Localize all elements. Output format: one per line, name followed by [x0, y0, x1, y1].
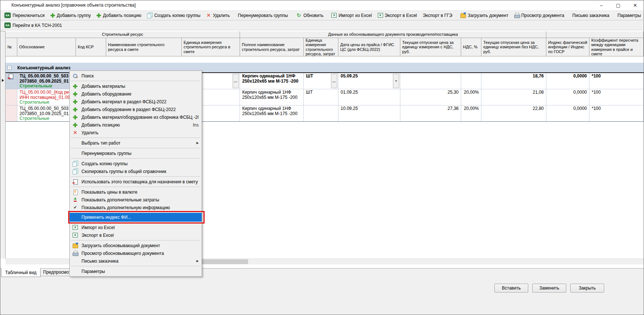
table-cell-vat	[461, 73, 481, 89]
toolbar-button-письмо-заказчика[interactable]: Письмо заказчика	[570, 11, 612, 20]
toolbar-button-обновить[interactable]: ↻Обновить	[293, 11, 326, 20]
plus-icon	[73, 115, 77, 120]
menu-item-label: Показывать дополнительные затраты	[81, 197, 199, 202]
column-header-index[interactable]: Индекс фактической инфляции / Индекс по …	[546, 38, 589, 56]
menu-item-удалить[interactable]: ✕Удалить	[70, 129, 202, 136]
menu-separator	[71, 266, 201, 266]
ellipsis-button[interactable]: …	[233, 74, 239, 88]
toolbar-button-экспорт-в-ггэ[interactable]: Экспорт в ГГЭ	[420, 11, 455, 20]
menu-item-параметры[interactable]: Параметры	[70, 267, 202, 275]
menu-item-показывать-дополнительные-затраты[interactable]: Показывать дополнительные затраты	[70, 196, 202, 204]
dropdown-button[interactable]: ▼	[393, 74, 399, 88]
menu-item-письмо-заказчика[interactable]: Письмо заказчика▶	[70, 257, 202, 265]
column-header-coef[interactable]: Коэффициент пересчета между единицами из…	[589, 38, 644, 56]
table-cell-price_vat: 27,36	[400, 105, 461, 121]
column-header-unit[interactable]: Единица измерения строительного ресурса …	[182, 38, 240, 56]
tab-table-view[interactable]: Табличный вид	[1, 268, 41, 277]
menu-item-применить-индекс-фи-[interactable]: Применить индекс ФИ...	[70, 213, 202, 222]
submenu-arrow-icon: ▶	[196, 259, 199, 263]
menu-separator	[71, 148, 201, 148]
copy-icon	[73, 161, 78, 166]
toolbar-button-параметры[interactable]: Параметры	[615, 11, 644, 20]
toolbar-button-label: Создать копию группы	[154, 13, 200, 18]
column-header-label: Полное наименование строительного ресурс…	[242, 42, 302, 52]
column-header-ksr[interactable]: Код КСР	[76, 38, 106, 56]
toolbar-button-добавить-позицию[interactable]: Добавить позицию	[94, 11, 144, 20]
column-header-price_novat[interactable]: Текущая отпускная цена за единицу измере…	[481, 38, 546, 56]
menu-item-добавить-материал-в-раздел-фсбц-2022[interactable]: Добавить материал в раздел ФСБЦ-2022	[70, 98, 202, 105]
menu-item-импорт-из-excel[interactable]: XИмпорт из Excel	[70, 224, 202, 231]
column-header-num[interactable]: №	[6, 38, 17, 56]
toolbar-button-просмотр-документа[interactable]: Просмотр документа	[511, 11, 567, 20]
maximize-button[interactable]: ▢	[610, 0, 627, 10]
menu-item-добавить-позицию[interactable]: Добавить позициюIns	[70, 121, 202, 129]
collapse-icon[interactable]: −	[7, 66, 11, 70]
menu-shortcut: Ins	[193, 122, 199, 128]
menu-item-label: Загрузить обосновывающий документ	[81, 243, 199, 248]
submenu-arrow-icon: ▶	[196, 141, 199, 145]
cell-text: 0,0000	[573, 73, 587, 79]
column-header-fullname[interactable]: Полное наименование строительного ресурс…	[240, 38, 304, 56]
menu-item-просмотр-обосновывающего-документа[interactable]: Просмотр обосновывающего документа	[70, 249, 202, 257]
menu-item-label: Письмо заказчика	[81, 259, 194, 264]
cell-text: 27,36	[448, 106, 459, 111]
menu-item-экспорт-в-excel[interactable]: XЭкспорт в Excel	[70, 231, 202, 239]
column-header-just[interactable]: Обоснование	[17, 38, 76, 56]
menu-item-скопировать-группы-в-общий-справочник[interactable]: Скопировать группы в общий справочник	[70, 167, 202, 175]
toolbar-button-label: Добавить группу	[57, 13, 91, 18]
table-cell-price_vat	[400, 73, 461, 89]
goto-ka-tsn-button[interactable]: КА Перейти в КА ТСН-2001	[1, 21, 65, 30]
cell-line: Кирпич одинарный 1НФ	[242, 74, 301, 79]
menu-item-поиск[interactable]: Поиск	[70, 72, 202, 80]
annotated-menu-item: Применить индекс ФИ...	[70, 213, 202, 222]
toolbar-button-label: Экспорт в ГГЭ	[423, 13, 452, 18]
table-cell-fullname: Кирпич одинарный 1НФ250х120х65 мм М-175 …	[240, 89, 304, 105]
ellipsis-button[interactable]: …	[331, 74, 337, 88]
menu-item-загрузить-обосновывающий-документ[interactable]: Загрузить обосновывающий документ	[70, 242, 202, 249]
table-cell-index: 0,0000	[546, 73, 589, 89]
menu-item-добавить-материалы[interactable]: Добавить материалы	[70, 82, 202, 90]
toolbar-button-удалить[interactable]: ✕Удалить	[203, 11, 233, 20]
search-icon	[72, 73, 79, 79]
menu-item-добавить-материал-оборудование-из-сборника-фсбц-2022[interactable]: Добавить материал/оборудование из сборни…	[70, 113, 202, 121]
menu-item-добавить-оборудование-в-раздел-фсбц-2022[interactable]: Добавить оборудование в раздел ФСБЦ-2022	[70, 105, 202, 113]
replace-button[interactable]: Заменить	[532, 284, 566, 292]
title-bar: Конъюнктурный анализ [справочник объекта…	[0, 0, 644, 10]
menu-item-показывать-цены-в-валюте[interactable]: Показывать цены в валюте	[70, 188, 202, 196]
menu-item-перенумеровать-группы[interactable]: Перенумеровать группы	[70, 149, 202, 157]
column-header-name[interactable]: Наименование строительного ресурса в сме…	[106, 38, 182, 56]
column-header-date[interactable]: Дата цены из прайса / ФГИС ЦС (для ФСБЦ-…	[338, 38, 400, 56]
toolbar-button-label: Импорт из Excel	[338, 13, 372, 18]
toolbar-button-импорт-из-excel[interactable]: XИмпорт из Excel	[328, 11, 375, 20]
toolbar-button-экспорт-в-excel[interactable]: XЭкспорт в Excel	[375, 11, 420, 20]
costs-icon	[73, 197, 77, 202]
toolbar-button-добавить-группу[interactable]: Добавить группу	[48, 11, 94, 20]
toolbar-button-создать-копию-группы[interactable]: Создать копию группы	[144, 11, 203, 20]
toolbar-button-перенумеровать-группы[interactable]: Перенумеровать группы	[235, 11, 291, 20]
menu-item-создать-копию-группы[interactable]: Создать копию группы	[70, 160, 202, 167]
menu-item-показывать-дополнительную-информацию[interactable]: ✔Показывать дополнительную информацию	[70, 204, 202, 211]
toolbar-button-загрузить-документ[interactable]: Загрузить документ	[457, 11, 511, 20]
minimize-button[interactable]: –	[593, 0, 610, 10]
table-cell-just: ТЦ_05.00.00.00_50_5032073850_05.09.2025_…	[17, 73, 76, 89]
column-header-vat[interactable]: НДС, %	[461, 38, 481, 56]
table-cell-unit2	[304, 105, 338, 121]
row-indicator-gutter	[0, 31, 6, 259]
insert-button[interactable]: Вставить	[494, 284, 528, 292]
cell-line: Кирпич одинарный 1НФ	[242, 106, 301, 111]
menu-item-добавить-оборудование[interactable]: Добавить оборудование	[70, 90, 202, 98]
plus-icon	[72, 107, 79, 112]
cell-tag: Строительные	[20, 84, 73, 89]
column-header-price_vat[interactable]: Текущая отпускная цена за единицу измере…	[400, 38, 461, 56]
menu-item-выбрать-тип-работ[interactable]: Выбрать тип работ▶	[70, 139, 202, 147]
toolbar-button-переключиться[interactable]: КАПереключиться	[1, 11, 48, 20]
plus-icon	[97, 13, 101, 18]
table-cell-date[interactable]: 05.09.25▼	[338, 73, 400, 89]
close-button[interactable]: ✕	[627, 0, 644, 10]
column-group-header: Данные из обосновывающего документа прои…	[240, 31, 546, 38]
close-dialog-button[interactable]: Закрыть	[570, 284, 604, 292]
column-header-unit2[interactable]: Единица измерения строительного ресурса,…	[304, 38, 338, 56]
table-cell-unit2[interactable]: ШТ…	[304, 73, 338, 89]
plus-icon	[72, 92, 79, 96]
menu-item-использовать-этого-поставщика-для-назначения-в-смету[interactable]: Использовать этого поставщика для назнач…	[70, 178, 202, 186]
